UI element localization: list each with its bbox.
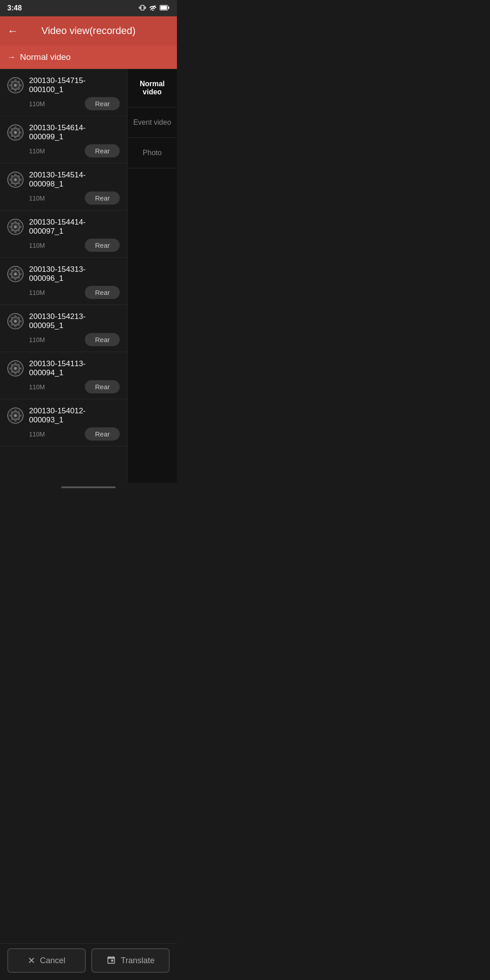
subheader-arrow-icon: → <box>7 53 15 62</box>
video-name: 200130-154113-000094_1 <box>29 359 120 377</box>
video-size: 110M <box>29 195 45 202</box>
side-nav-item-normal-video[interactable]: Normal video <box>127 69 177 108</box>
video-list-item[interactable]: 200130-154715-000100_1 110M Rear <box>0 69 127 116</box>
rear-badge[interactable]: Rear <box>85 427 120 441</box>
rear-badge[interactable]: Rear <box>85 144 120 157</box>
status-icons <box>139 4 170 13</box>
subheader: → Normal video <box>0 45 177 69</box>
svg-point-45 <box>18 229 20 231</box>
back-button[interactable]: ← <box>7 25 18 36</box>
svg-point-86 <box>10 415 12 417</box>
svg-point-25 <box>11 135 13 137</box>
svg-point-18 <box>15 127 17 129</box>
svg-point-21 <box>20 132 22 134</box>
svg-point-58 <box>11 276 13 279</box>
svg-point-53 <box>10 273 12 275</box>
svg-point-57 <box>18 270 20 272</box>
side-nav: Normal videoEvent videoPhoto <box>127 69 177 483</box>
video-list-item[interactable]: 200130-154012-000093_1 110M Rear <box>0 399 127 446</box>
rear-badge[interactable]: Rear <box>85 333 120 346</box>
film-reel-icon <box>7 360 24 377</box>
svg-point-77 <box>11 364 13 366</box>
svg-point-62 <box>15 315 17 318</box>
video-size: 110M <box>29 100 45 108</box>
svg-point-22 <box>11 128 13 130</box>
rear-badge[interactable]: Rear <box>85 191 120 205</box>
svg-point-55 <box>11 270 13 272</box>
svg-point-79 <box>18 364 20 366</box>
video-name: 200130-154514-000098_1 <box>29 171 120 189</box>
rear-badge[interactable]: Rear <box>85 380 120 393</box>
svg-point-32 <box>20 179 22 181</box>
svg-point-74 <box>15 372 17 375</box>
video-list-item[interactable]: 200130-154113-000094_1 110M Rear <box>0 352 127 399</box>
video-name: 200130-154012-000093_1 <box>29 407 120 425</box>
svg-point-13 <box>18 81 20 83</box>
film-reel-icon <box>7 124 24 141</box>
video-size: 110M <box>29 242 45 249</box>
wifi-icon <box>149 5 157 12</box>
video-name: 200130-154414-000097_1 <box>29 218 120 236</box>
rear-badge[interactable]: Rear <box>85 286 120 299</box>
home-bar <box>61 486 116 488</box>
status-bar: 3:48 <box>0 0 177 16</box>
film-reel-icon <box>7 77 24 93</box>
svg-point-51 <box>15 268 17 270</box>
side-nav-item-photo[interactable]: Photo <box>127 138 177 168</box>
svg-point-85 <box>15 420 17 422</box>
video-name: 200130-154313-000096_1 <box>29 265 120 283</box>
video-name: 200130-154715-000100_1 <box>29 76 120 94</box>
svg-point-89 <box>18 418 20 420</box>
svg-point-34 <box>18 182 20 184</box>
video-list: 200130-154715-000100_1 110M Rear 200130-… <box>0 69 127 483</box>
svg-point-52 <box>15 278 17 280</box>
svg-point-76 <box>20 368 22 370</box>
video-size: 110M <box>29 147 45 155</box>
home-indicator <box>0 483 177 490</box>
video-list-item[interactable]: 200130-154514-000098_1 110M Rear <box>0 163 127 211</box>
svg-point-47 <box>11 229 13 231</box>
video-list-item[interactable]: 200130-154414-000097_1 110M Rear <box>0 211 127 258</box>
svg-point-80 <box>11 371 13 373</box>
svg-point-43 <box>20 226 22 228</box>
subheader-title: Normal video <box>20 52 71 62</box>
page-title: Video view(recorded) <box>24 25 153 37</box>
svg-point-44 <box>11 222 13 225</box>
vibrate-icon <box>139 4 146 13</box>
video-size: 110M <box>29 431 45 438</box>
svg-point-78 <box>18 371 20 373</box>
rear-badge[interactable]: Rear <box>85 97 120 110</box>
video-size: 110M <box>29 289 45 296</box>
svg-point-19 <box>15 137 17 139</box>
svg-point-41 <box>15 231 17 233</box>
svg-point-30 <box>15 184 17 186</box>
svg-line-0 <box>150 5 155 10</box>
video-size: 110M <box>29 336 45 343</box>
film-reel-icon <box>7 219 24 235</box>
film-reel-icon <box>7 172 24 188</box>
svg-point-66 <box>11 317 13 319</box>
svg-point-69 <box>11 323 13 326</box>
svg-point-75 <box>10 368 12 370</box>
svg-rect-3 <box>168 6 170 9</box>
svg-point-10 <box>20 84 22 87</box>
svg-point-8 <box>15 89 17 92</box>
svg-point-84 <box>15 410 17 412</box>
svg-point-64 <box>10 320 12 323</box>
video-list-item[interactable]: 200130-154213-000095_1 110M Rear <box>0 305 127 352</box>
video-size: 110M <box>29 383 45 391</box>
svg-point-29 <box>15 174 17 176</box>
svg-point-56 <box>18 276 20 279</box>
video-list-item[interactable]: 200130-154313-000096_1 110M Rear <box>0 258 127 305</box>
svg-point-91 <box>11 418 13 420</box>
svg-point-46 <box>18 222 20 225</box>
svg-point-24 <box>18 128 20 130</box>
film-reel-icon <box>7 266 24 282</box>
video-list-item[interactable]: 200130-154614-000099_1 110M Rear <box>0 116 127 163</box>
svg-point-20 <box>10 132 12 134</box>
svg-point-36 <box>11 182 13 184</box>
svg-point-35 <box>18 175 20 177</box>
svg-point-11 <box>11 81 13 83</box>
rear-badge[interactable]: Rear <box>85 239 120 252</box>
side-nav-item-event-video[interactable]: Event video <box>127 108 177 138</box>
